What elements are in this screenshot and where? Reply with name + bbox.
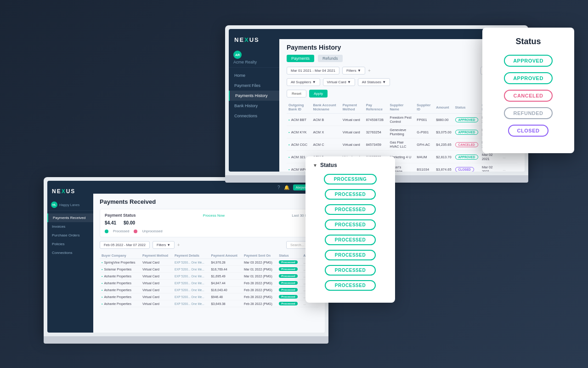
l2-cell-amount: $4,976.28 <box>209 259 242 266</box>
l2-date-filter[interactable]: Feb 05 2022 - Mar 07 2022 <box>100 241 150 249</box>
l2-col-method: Payment Method <box>141 253 173 259</box>
l1-logo: NEXUS <box>229 34 279 48</box>
l2-cell-details: EXP 5200... One Me... <box>173 287 209 293</box>
l1-col-ref: Pay Reference <box>364 101 388 114</box>
status-dropdown-item[interactable]: PROCESSED <box>313 204 388 215</box>
l1-cell-supplier-id: GFH-AC <box>415 138 434 151</box>
l1-nav-payment-files[interactable]: Payment Files <box>229 80 279 91</box>
status-dropdown-item[interactable]: PROCESSED <box>313 250 388 260</box>
l2-nav-purchase-orders[interactable]: Purchase Orders <box>47 231 93 240</box>
l2-legend-unprocessed-dot <box>134 230 137 233</box>
l1-cell-supplier-id: BS1034 <box>415 163 434 172</box>
l1-tab-payments[interactable]: Payments <box>287 55 314 62</box>
l1-cell-bank-id: •ACM KYK <box>287 126 311 138</box>
chevron-down-icon: ▼ <box>313 163 317 168</box>
l2-nav-policies[interactable]: Policies <box>47 240 93 248</box>
l2-cell-buyer: •Ashante Properties <box>100 300 141 307</box>
l2-header-bar: ? 🔔 Alejand... ▼ <box>93 181 325 194</box>
l1-col-bank-nickname: Bank Account Nickname <box>311 101 340 114</box>
status-dropdown-item[interactable]: PROCESSED <box>313 265 388 276</box>
l2-nav-payments-received[interactable]: Payments Received <box>47 213 93 222</box>
status-card: Status APPROVED APPROVED CANCELED REFUND… <box>482 28 574 153</box>
l2-cell-date: Mar 01 2022 (PMG) <box>242 266 277 273</box>
badge-canceled: CANCELED <box>504 90 552 102</box>
status-dropdown-item[interactable]: PROCESSED <box>313 280 388 291</box>
badge-approved-2: APPROVED <box>504 72 553 84</box>
table-row: •Ashante Properties Virtual Card EXP 520… <box>100 300 318 307</box>
l1-cell-supplier-id: FP001 <box>415 114 434 126</box>
l2-nav-invoices[interactable]: Invoices <box>47 222 93 231</box>
l1-cell-status: CLOSED <box>453 163 480 172</box>
l2-cell-amount: $3,649.38 <box>209 300 242 307</box>
l2-cell-method: Virtual Card <box>141 259 173 266</box>
l1-cell-amount: $3,874.65 <box>434 163 453 172</box>
status-badge-approved-1: APPROVED <box>493 55 563 67</box>
l1-col-bank-id: Outgoing Bank ID <box>287 101 311 114</box>
l1-nav-connections[interactable]: Connections <box>229 111 279 121</box>
l2-psc-title: Payment Status <box>105 213 136 218</box>
l2-cell-date: Mar 03 2022 (PMG) <box>242 259 277 266</box>
l1-cell-supplier-id: G-P001 <box>415 126 434 138</box>
l2-account: HL Happy Lanes <box>47 199 93 211</box>
l1-select-status[interactable]: All Statuses ▼ <box>358 78 390 86</box>
l2-filters-btn[interactable]: Filters ▼ <box>153 241 175 249</box>
l1-reset-button[interactable]: Reset <box>287 90 306 98</box>
l2-cell-amount: $946.48 <box>209 293 242 300</box>
l2-cell-date: Feb 28 2022 (PMG) <box>242 280 277 287</box>
l2-col-amount: Payment Amount <box>209 253 242 259</box>
l1-filters-btn[interactable]: Filters ▼ <box>342 67 365 75</box>
laptop2-inner: NEXUS HL Happy Lanes Payments Received I… <box>47 181 325 333</box>
l2-page-title: Payments Received <box>100 198 318 205</box>
status-dropdown-item[interactable]: PROCESSED <box>313 189 388 200</box>
l2-cell-method: Virtual Card <box>141 273 173 280</box>
l1-nav-home[interactable]: Home <box>229 70 279 80</box>
l2-cell-details: EXP 5200... One Me... <box>173 266 209 273</box>
l2-cell-details: EXP 5200... One Me... <box>173 259 209 266</box>
l1-cell-bank-id: •ACM BBT <box>287 114 311 126</box>
l1-nav-payments-history[interactable]: Payments History <box>229 91 279 101</box>
l2-psc-legend: Processed Unprocessed <box>105 229 313 233</box>
l1-plus-icon[interactable]: + <box>368 68 371 73</box>
status-badge-closed: CLOSED <box>493 125 563 137</box>
l2-psc-header: Payment Status Process Now Last 30 Days <box>105 213 313 218</box>
l2-cell-method: Virtual Card <box>141 280 173 287</box>
l2-cell-method: Virtual Card <box>141 287 173 293</box>
l1-col-supplier: Supplier Name <box>388 101 415 114</box>
l1-cell-bank-nickname: ACM B <box>311 114 340 126</box>
l2-payments-table: Buyer Company Payment Method Payment Det… <box>100 253 318 307</box>
l1-cell-bank-id: •ACM CGC <box>287 138 311 151</box>
l2-plus-icon[interactable]: + <box>177 242 180 247</box>
l2-cell-buyer: •Ashante Properties <box>100 280 141 287</box>
l2-cell-date: Feb 28 2022 (PMG) <box>242 293 277 300</box>
l2-bell-icon: 🔔 <box>284 185 289 190</box>
status-card-title: Status <box>493 37 563 46</box>
l1-nav-bank-history[interactable]: Bank History <box>229 101 279 111</box>
l2-psc-process-link[interactable]: Process Now <box>203 213 225 218</box>
l2-cell-status: Processed <box>277 266 301 273</box>
l2-col-status: Status <box>277 253 301 259</box>
table-row: •Solamar Properties Virtual Card EXP 520… <box>100 266 318 273</box>
l2-cell-status: Processed <box>277 293 301 300</box>
l1-select-method[interactable]: Virtual Card ▼ <box>323 78 355 86</box>
l1-cell-supplier: Freedom Pest Control <box>388 114 415 126</box>
l1-cell-bank-nickname: ACM X <box>311 126 340 138</box>
status-dropdown-item[interactable]: PROCESSED <box>313 219 388 230</box>
l1-tab-refunds[interactable]: Refunds <box>318 55 343 62</box>
l2-logo: NEXUS <box>47 185 93 199</box>
status-dropdown-item[interactable]: PROCESSING <box>313 174 388 184</box>
status-dropdown-item[interactable]: PROCESSED <box>313 235 388 245</box>
l2-payment-status-card: Payment Status Process Now Last 30 Days … <box>100 209 318 237</box>
l1-cell-date: Mar 02 2021 <box>480 163 501 172</box>
l1-apply-button[interactable]: Apply <box>309 90 328 98</box>
l1-cell-supplier: Gas Flair HVAC LLC <box>388 138 415 151</box>
l2-nav-connections[interactable]: Connections <box>47 248 93 257</box>
l1-select-supplier[interactable]: All Suppliers ▼ <box>287 78 320 86</box>
l1-sidebar: NEXUS AR Acme Realty Home Payment Files … <box>229 29 279 172</box>
l1-cell-actions: ... <box>501 163 517 172</box>
l2-cell-buyer: •Ashante Properties <box>100 287 141 293</box>
l1-cell-amount: $3,075.00 <box>434 126 453 138</box>
laptop2-base <box>44 336 328 344</box>
laptop2-screen: NEXUS HL Happy Lanes Payments Received I… <box>44 177 328 336</box>
status-badge-refunded: REFUNDED <box>493 107 563 119</box>
l1-date-filter[interactable]: Mar 01 2021 - Mar 04 2021 <box>287 67 339 75</box>
